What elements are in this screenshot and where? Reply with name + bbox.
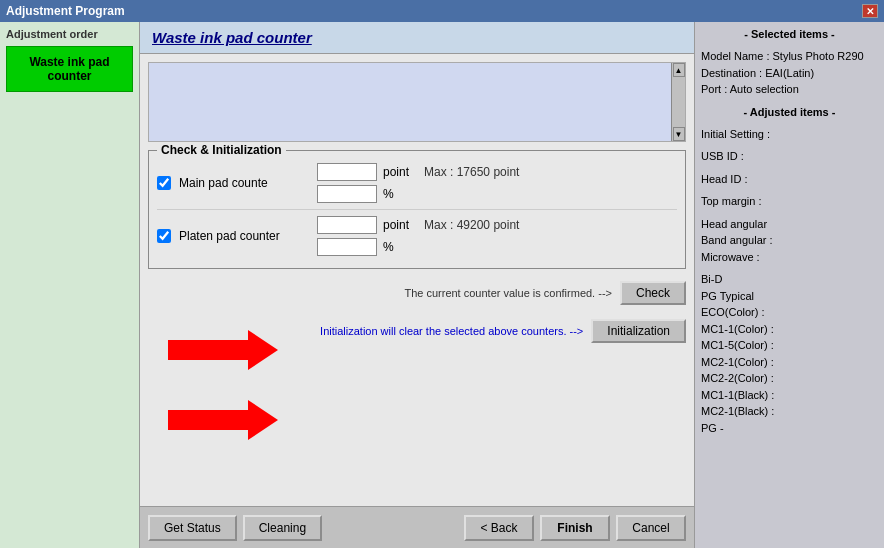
init-action-text: Initialization will clear the selected a… bbox=[148, 325, 583, 337]
main-pad-max: Max : 17650 point bbox=[424, 165, 519, 179]
microwave: Microwave : bbox=[701, 249, 878, 266]
band-angular: Band angular : bbox=[701, 232, 878, 249]
main-pad-checkbox[interactable] bbox=[157, 176, 171, 190]
platen-pad-values: 1999 point Max : 49200 point 0 % bbox=[317, 216, 519, 256]
check-button[interactable]: Check bbox=[620, 281, 686, 305]
svg-marker-1 bbox=[168, 400, 278, 440]
mc1-1-black: MC1-1(Black) : bbox=[701, 387, 878, 404]
text-display-area: ▲ ▼ bbox=[148, 62, 686, 142]
selected-items-header: - Selected items - bbox=[701, 28, 878, 40]
bi-d: Bi-D bbox=[701, 271, 878, 288]
back-button[interactable]: < Back bbox=[464, 515, 534, 541]
sidebar-item-waste-pad[interactable]: Waste ink pad counter bbox=[6, 46, 133, 92]
model-name: Model Name : Stylus Photo R290 bbox=[701, 48, 878, 65]
eco-color: ECO(Color) : bbox=[701, 304, 878, 321]
platen-pad-percent-unit: % bbox=[383, 240, 418, 254]
usb-id: USB ID : bbox=[701, 148, 878, 165]
scroll-down-btn[interactable]: ▼ bbox=[673, 127, 685, 141]
platen-pad-max: Max : 49200 point bbox=[424, 218, 519, 232]
close-button[interactable]: ✕ bbox=[862, 4, 878, 18]
center-content: Waste ink pad counter ▲ ▼ bbox=[140, 22, 694, 548]
main-pad-point-row: 1367 point Max : 17650 point bbox=[317, 163, 519, 181]
pg: PG - bbox=[701, 420, 878, 437]
mc1-5-color: MC1-5(Color) : bbox=[701, 337, 878, 354]
initialization-button[interactable]: Initialization bbox=[591, 319, 686, 343]
destination: Destination : EAI(Latin) bbox=[701, 65, 878, 82]
main-pad-point-input[interactable]: 1367 bbox=[317, 163, 377, 181]
scrollbar[interactable]: ▲ ▼ bbox=[671, 63, 685, 141]
window-title: Adjustment Program bbox=[6, 4, 125, 18]
platen-pad-label: Platen pad counter bbox=[179, 229, 309, 243]
main-pad-label: Main pad counte bbox=[179, 176, 309, 190]
initial-setting: Initial Setting : bbox=[701, 126, 878, 143]
check-init-wrapper: Check & Initialization Main pad counte 1… bbox=[148, 150, 686, 269]
platen-pad-percent-row: 0 % bbox=[317, 238, 519, 256]
platen-pad-point-input[interactable]: 1999 bbox=[317, 216, 377, 234]
mc1-1-color: MC1-1(Color) : bbox=[701, 321, 878, 338]
mc2-1-color: MC2-1(Color) : bbox=[701, 354, 878, 371]
port: Port : Auto selection bbox=[701, 81, 878, 98]
platen-pad-point-row: 1999 point Max : 49200 point bbox=[317, 216, 519, 234]
content-header: Waste ink pad counter bbox=[140, 22, 694, 54]
mc2-1-black: MC2-1(Black) : bbox=[701, 403, 878, 420]
top-margin: Top margin : bbox=[701, 193, 878, 210]
head-id: Head ID : bbox=[701, 171, 878, 188]
get-status-button[interactable]: Get Status bbox=[148, 515, 237, 541]
pg-typical: PG Typical bbox=[701, 288, 878, 305]
init-action-row: Initialization will clear the selected a… bbox=[148, 317, 686, 345]
bottom-toolbar: Get Status Cleaning < Back Finish Cancel bbox=[140, 506, 694, 548]
check-action-row: The current counter value is confirmed. … bbox=[148, 277, 686, 309]
mc2-2-color: MC2-2(Color) : bbox=[701, 370, 878, 387]
main-layout: Adjustment order Waste ink pad counter W… bbox=[0, 22, 884, 548]
platen-pad-checkbox[interactable] bbox=[157, 229, 171, 243]
main-pad-point-unit: point bbox=[383, 165, 418, 179]
check-action-text: The current counter value is confirmed. … bbox=[148, 287, 612, 299]
page-title: Waste ink pad counter bbox=[152, 29, 312, 46]
main-pad-counter-row: Main pad counte 1367 point Max : 17650 p… bbox=[157, 157, 677, 210]
main-pad-percent-unit: % bbox=[383, 187, 418, 201]
main-pad-percent-row: 8 % bbox=[317, 185, 519, 203]
content-body: ▲ ▼ Check & Initialization bbox=[140, 54, 694, 506]
main-pad-values: 1367 point Max : 17650 point 8 % bbox=[317, 163, 519, 203]
cleaning-button[interactable]: Cleaning bbox=[243, 515, 322, 541]
platen-pad-counter-row: Platen pad counter 1999 point Max : 4920… bbox=[157, 210, 677, 262]
right-sidebar: - Selected items - Model Name : Stylus P… bbox=[694, 22, 884, 548]
main-pad-percent-input[interactable]: 8 bbox=[317, 185, 377, 203]
title-bar: Adjustment Program ✕ bbox=[0, 0, 884, 22]
platen-pad-percent-input[interactable]: 0 bbox=[317, 238, 377, 256]
cancel-button[interactable]: Cancel bbox=[616, 515, 686, 541]
section-label: Check & Initialization bbox=[157, 143, 286, 157]
head-angular: Head angular bbox=[701, 216, 878, 233]
adjusted-items-header: - Adjusted items - bbox=[701, 106, 878, 118]
platen-pad-point-unit: point bbox=[383, 218, 418, 232]
sidebar-header: Adjustment order bbox=[6, 28, 133, 40]
scroll-up-btn[interactable]: ▲ bbox=[673, 63, 685, 77]
check-init-section: Check & Initialization Main pad counte 1… bbox=[148, 150, 686, 269]
left-sidebar: Adjustment order Waste ink pad counter bbox=[0, 22, 140, 548]
finish-button[interactable]: Finish bbox=[540, 515, 610, 541]
